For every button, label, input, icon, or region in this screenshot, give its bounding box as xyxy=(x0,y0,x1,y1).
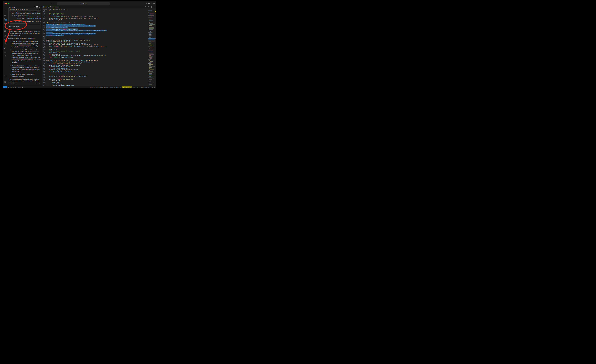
robot-assistant-icon[interactable] xyxy=(151,86,153,88)
gpg-item[interactable]: gpg (GnuPG) 2.2.41 xyxy=(140,87,150,88)
code-line[interactable]: 368 logger.debug(f"model_name: {model_na… xyxy=(42,17,148,19)
code-line[interactable]: 396async def create_chat_completion(requ… xyxy=(42,61,148,63)
remote-indicator[interactable]: >< xyxy=(3,86,7,89)
activity-bar-item-explorer[interactable] xyxy=(3,9,7,13)
code-line[interactable]: 367 raise ValueError(f"No available work… xyxy=(42,16,148,17)
code-line[interactable]: 387 xyxy=(42,47,148,49)
help-icon[interactable] xyxy=(36,82,37,84)
run-python-file-icon[interactable] xyxy=(145,6,147,8)
code-line[interactable]: 383async def show_available_models(): xyxy=(42,41,148,42)
nav-back-icon[interactable] xyxy=(50,2,52,4)
activity-bar-item-search[interactable] xyxy=(3,13,7,17)
code-line[interactable]: 366 if worker_addr == "": xyxy=(42,14,148,16)
activity-bar-item-remote-explorer[interactable] xyxy=(3,25,7,29)
code-line[interactable]: 371⌘ M to select code, ⌘ ⇧ L to edit xyxy=(42,22,148,24)
code-line[interactable]: 363 ) xyxy=(42,10,148,11)
activity-bar-item-run-debug[interactable] xyxy=(3,22,7,25)
toggle-secondary-sidebar-icon[interactable] xyxy=(151,2,152,4)
split-editor-icon[interactable] xyxy=(151,6,152,8)
activity-bar-item-account[interactable] xyxy=(3,74,7,78)
code-line[interactable]: 381 xyxy=(42,38,148,39)
editor-scrollbar[interactable] xyxy=(155,10,156,86)
tab-close-icon[interactable] xyxy=(59,7,60,7)
code-line[interactable]: 388 models.sort() xyxy=(42,49,148,50)
minimize-window-button[interactable] xyxy=(6,3,7,4)
close-snippet-icon[interactable] xyxy=(39,9,40,10)
timeline-history-icon[interactable] xyxy=(148,6,150,8)
user-message-box[interactable]: What does this do? xyxy=(8,25,41,29)
breadcrumb-item[interactable]: ... xyxy=(67,8,68,10)
code-line[interactable]: 379····return conv_template xyxy=(42,35,148,36)
command-center-search[interactable]: FastChat xyxy=(57,2,110,5)
code-line[interactable]: 374····if conv_template is None: xyxy=(42,27,148,28)
type-checking-item[interactable]: Type Checking: off xyxy=(122,86,132,88)
code-line[interactable]: 375········conv_template = await fetch_r… xyxy=(42,28,148,30)
snippet-horizontal-scrollbar[interactable] xyxy=(9,23,27,24)
fullscreen-icon[interactable] xyxy=(36,6,38,8)
ports-item[interactable]: 0 xyxy=(22,86,24,88)
indentation-item[interactable]: Spaces: 4 xyxy=(104,87,109,88)
code-line[interactable]: 401 error_check_ret = check_requests(req… xyxy=(42,69,148,71)
code-line[interactable]: 394 xyxy=(42,58,148,59)
breadcrumb-item[interactable]: serve xyxy=(49,8,52,10)
toggle-panel-icon[interactable] xyxy=(148,2,150,4)
code-line[interactable]: 407 gen_params = await get_gen_params( xyxy=(42,78,148,80)
code-line[interactable]: 364 xyxy=(42,11,148,13)
code-line[interactable]: 406 xyxy=(42,77,148,78)
code-line[interactable]: 365 # No available worker xyxy=(42,13,148,14)
code-line[interactable]: 373····conv_template = conv_template_map… xyxy=(42,25,148,27)
settings-gear-icon[interactable] xyxy=(39,82,40,84)
code-line[interactable]: 398 error_check_ret = await check_model(… xyxy=(42,64,148,66)
activity-bar-item-extensions[interactable] xyxy=(3,30,7,33)
code-line[interactable]: 380 xyxy=(42,36,148,38)
code-line[interactable]: 404 xyxy=(42,74,148,75)
activity-bar-item-docker[interactable] xyxy=(3,38,7,41)
code-line[interactable]: 409 worker_addr, xyxy=(42,82,148,83)
minimap[interactable] xyxy=(148,10,155,86)
sync-changes-icon[interactable] xyxy=(13,87,14,88)
code-line[interactable]: 402 if error_check_ret is not None: xyxy=(42,71,148,72)
activity-bar-item-source-control[interactable]: 3 xyxy=(3,17,7,21)
code-line[interactable]: 369 return worker_addr xyxy=(42,19,148,21)
close-window-button[interactable] xyxy=(5,3,6,4)
code-line[interactable]: 376············worker_addr + "/worker_ge… xyxy=(42,30,148,31)
add-model-button[interactable]: + xyxy=(15,82,17,84)
code-line[interactable]: 370 xyxy=(42,21,148,22)
code-line[interactable]: 385 ret = await fetch_remote(controller_… xyxy=(42,44,148,45)
cursor-position-item[interactable]: Ln 380, Col 1 (387 selected) xyxy=(90,87,103,88)
python-interpreter-item[interactable]: 3.11.7 64-bit xyxy=(133,87,138,88)
activity-bar-item-project-manager[interactable] xyxy=(3,50,7,53)
lightbulb-icon[interactable] xyxy=(47,22,48,23)
code-line[interactable]: 410 request.messages, xyxy=(42,83,148,85)
code-editor[interactable]: 363 )364365 # No available worker366 if … xyxy=(42,10,156,86)
breadcrumb[interactable]: fastchat›serve›openai_api_server.py›... xyxy=(42,8,156,10)
code-line[interactable]: 391 for m in models: xyxy=(42,53,148,55)
activity-bar-item-comments[interactable] xyxy=(3,54,7,58)
breadcrumb-item[interactable]: openai_api_server.py xyxy=(54,8,66,10)
toggle-primary-sidebar-icon[interactable] xyxy=(146,2,148,4)
tab-openai-api-server[interactable]: openai_api_server.py 9+ xyxy=(42,6,59,8)
code-line[interactable]: 378········conv_template_map[(worker_add… xyxy=(42,33,148,35)
nav-forward-icon[interactable] xyxy=(53,2,55,4)
history-icon[interactable] xyxy=(39,6,40,8)
model-selector[interactable]: Mixtral + xyxy=(8,82,17,84)
code-line[interactable]: 397 """Creates a completion for the chat… xyxy=(42,63,148,64)
new-session-icon[interactable] xyxy=(34,6,35,8)
code-line[interactable]: 384 controller_address = app_settings.co… xyxy=(42,42,148,44)
git-branch-item[interactable]: main xyxy=(8,87,14,88)
activity-bar-item-testing[interactable] xyxy=(3,34,7,37)
activity-bar-item-continue[interactable]: >CD_ xyxy=(3,46,7,49)
breadcrumb-item[interactable]: fastchat xyxy=(43,8,47,10)
code-line[interactable]: 382@app.get("/v1/models", dependencies=[… xyxy=(42,39,148,41)
eol-item[interactable]: LF xyxy=(114,87,115,88)
code-line[interactable]: 372async def get_conv(model_name: str, w… xyxy=(42,24,148,25)
code-line[interactable]: 377········) xyxy=(42,31,148,33)
code-line[interactable]: 400 return error_check_ret xyxy=(42,67,148,69)
code-line[interactable]: 403 return error_check_ret xyxy=(42,72,148,74)
code-line[interactable]: 386 models = await fetch_remote(controll… xyxy=(42,45,148,47)
zoom-window-button[interactable] xyxy=(8,3,9,4)
edit-brush-icon[interactable] xyxy=(37,8,38,10)
activity-bar-item-settings[interactable] xyxy=(3,80,7,84)
editor-more-actions-icon[interactable] xyxy=(154,6,155,8)
code-line[interactable]: 408 request.model, xyxy=(42,80,148,82)
